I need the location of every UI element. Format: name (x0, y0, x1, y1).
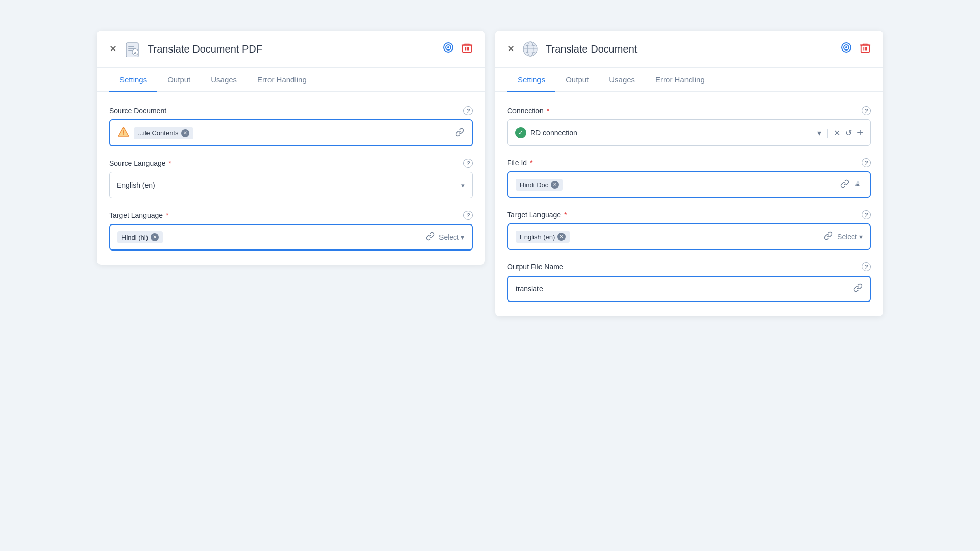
target-language-tag-left: Hindi (hi) ✕ (117, 231, 163, 243)
target-language-tag-right: English (en) ✕ (516, 231, 570, 243)
tab-settings-right[interactable]: Settings (507, 68, 555, 92)
connection-actions: ▾ | ✕ ↺ + (817, 127, 863, 139)
target-language-help-left[interactable]: ? (463, 211, 473, 220)
source-language-group: Source Language * ? English (en) ▾ (109, 159, 473, 198)
target-language-label-right: Target Language * ? (507, 210, 871, 219)
file-id-tag: Hindi Doc ✕ (516, 179, 563, 191)
panel-left-header: ✕ A Translate Document PDF (97, 31, 485, 68)
target-language-group-right: Target Language * ? English (en) ✕ (507, 210, 871, 250)
connection-refresh[interactable]: ↺ (845, 128, 852, 138)
connection-help[interactable]: ? (862, 106, 871, 115)
svg-text:A: A (134, 51, 137, 55)
source-language-input[interactable]: English (en) ▾ (109, 172, 473, 198)
close-button-right[interactable]: ✕ (507, 44, 515, 54)
tab-settings-left[interactable]: Settings (109, 68, 157, 92)
source-document-group: Source Document ? ...ile Contents ✕ (109, 106, 473, 146)
source-document-help[interactable]: ? (463, 106, 473, 115)
source-language-help[interactable]: ? (463, 159, 473, 168)
connection-dropdown[interactable]: ▾ (817, 128, 821, 138)
panel-left-actions (442, 41, 473, 57)
target-language-remove-left[interactable]: ✕ (151, 233, 159, 241)
panel-right-title: Translate Document (546, 43, 834, 55)
file-id-label: File Id * ? (507, 158, 871, 167)
output-file-name-label: Output File Name ? (507, 262, 871, 271)
tabs-right: Settings Output Usages Error Handling (495, 68, 883, 92)
file-id-remove[interactable]: ✕ (551, 181, 559, 189)
connection-input[interactable]: ✓ RD connection ▾ | ✕ ↺ + (507, 119, 871, 146)
connection-group: Connection * ? ✓ RD connection ▾ | ✕ ↺ + (507, 106, 871, 146)
connection-status-icon: ✓ (515, 127, 526, 138)
source-document-input[interactable]: ...ile Contents ✕ (109, 119, 473, 146)
source-language-icons: ▾ (461, 182, 465, 189)
target-icon-left[interactable] (442, 41, 454, 57)
panel-right: ✕ Translate Document (495, 31, 883, 316)
output-file-name-link-icon[interactable] (853, 283, 863, 294)
target-language-icons-right: Select ▾ (824, 231, 863, 242)
source-document-icons (455, 128, 464, 139)
connection-label: Connection * ? (507, 106, 871, 115)
panel-left-icon: A (123, 40, 141, 58)
connection-disconnect[interactable]: ✕ (834, 128, 840, 138)
file-id-input[interactable]: Hindi Doc ✕ (507, 171, 871, 198)
target-icon-right[interactable] (840, 41, 852, 57)
source-document-tag: ...ile Contents ✕ (134, 127, 193, 139)
output-file-name-group: Output File Name ? translate (507, 262, 871, 302)
file-id-link-icon[interactable] (840, 179, 849, 190)
close-button-left[interactable]: ✕ (109, 44, 117, 54)
tab-output-right[interactable]: Output (555, 68, 599, 92)
source-language-value: English (en) (117, 181, 155, 189)
file-id-help[interactable]: ? (862, 158, 871, 167)
tab-error-handling-left[interactable]: Error Handling (247, 68, 317, 92)
svg-point-21 (845, 46, 847, 48)
target-language-label-left: Target Language * ? (109, 211, 473, 220)
panel-right-icon (521, 40, 540, 58)
panel-right-content: Connection * ? ✓ RD connection ▾ | ✕ ↺ +… (495, 92, 883, 316)
output-file-name-value: translate (516, 285, 853, 293)
target-language-link-left[interactable] (426, 232, 435, 243)
file-id-icons (840, 179, 863, 190)
tab-output-left[interactable]: Output (157, 68, 201, 92)
output-file-name-input[interactable]: translate (507, 276, 871, 302)
source-document-label: Source Document ? (109, 106, 473, 115)
panel-left-title: Translate Document PDF (148, 43, 436, 55)
connection-add[interactable]: + (857, 127, 863, 139)
warning-icon (117, 126, 130, 140)
svg-rect-1 (128, 46, 134, 47)
target-language-remove-right[interactable]: ✕ (557, 233, 566, 241)
target-language-help-right[interactable]: ? (862, 210, 871, 219)
target-language-input-right[interactable]: English (en) ✕ Select ▾ (507, 223, 871, 250)
panel-left: ✕ A Translate Document PDF (97, 31, 485, 265)
tab-usages-left[interactable]: Usages (201, 68, 247, 92)
tab-usages-right[interactable]: Usages (599, 68, 645, 92)
connection-name: RD connection (530, 129, 813, 137)
source-language-arrow: ▾ (461, 182, 465, 189)
target-language-group-left: Target Language * ? Hindi (hi) ✕ (109, 211, 473, 251)
file-id-group: File Id * ? Hindi Doc ✕ (507, 158, 871, 198)
delete-icon-left[interactable] (461, 42, 473, 56)
google-drive-icon[interactable] (853, 179, 863, 190)
panel-right-header: ✕ Translate Document (495, 31, 883, 68)
source-language-label: Source Language * ? (109, 159, 473, 168)
output-file-name-help[interactable]: ? (862, 262, 871, 271)
target-language-link-right[interactable] (824, 231, 833, 242)
source-document-link-icon[interactable] (455, 128, 464, 139)
panel-left-content: Source Document ? ...ile Contents ✕ (97, 92, 485, 265)
delete-icon-right[interactable] (860, 42, 871, 56)
target-language-icons-left: Select ▾ (426, 232, 464, 243)
svg-point-8 (447, 46, 449, 48)
tab-error-handling-right[interactable]: Error Handling (645, 68, 715, 92)
target-language-input-left[interactable]: Hindi (hi) ✕ Select ▾ (109, 224, 473, 251)
select-button-right[interactable]: Select ▾ (837, 233, 863, 241)
svg-point-15 (123, 134, 124, 135)
select-button-left[interactable]: Select ▾ (439, 233, 464, 241)
source-document-remove[interactable]: ✕ (181, 129, 189, 137)
tabs-left: Settings Output Usages Error Handling (97, 68, 485, 92)
panel-right-actions (840, 41, 871, 57)
